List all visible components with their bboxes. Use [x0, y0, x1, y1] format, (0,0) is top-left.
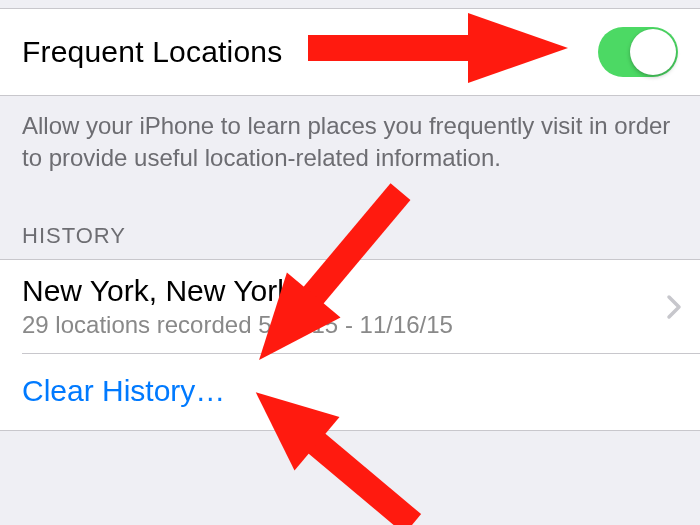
- history-entry-subtitle: 29 locations recorded 5/28/15 - 11/16/15: [22, 311, 678, 339]
- frequent-locations-toggle[interactable]: [598, 27, 678, 77]
- frequent-locations-description: Allow your iPhone to learn places you fr…: [0, 96, 700, 201]
- toggle-knob: [630, 29, 676, 75]
- history-entry-row[interactable]: New York, New York 29 locations recorded…: [0, 259, 700, 354]
- clear-history-button[interactable]: Clear History…: [0, 354, 700, 431]
- chevron-right-icon: [666, 294, 682, 320]
- frequent-locations-label: Frequent Locations: [22, 35, 282, 69]
- svg-rect-4: [301, 427, 421, 525]
- frequent-locations-row[interactable]: Frequent Locations: [0, 8, 700, 96]
- clear-history-label: Clear History…: [22, 374, 225, 407]
- history-section-header: HISTORY: [0, 201, 700, 259]
- history-entry-title: New York, New York: [22, 272, 678, 310]
